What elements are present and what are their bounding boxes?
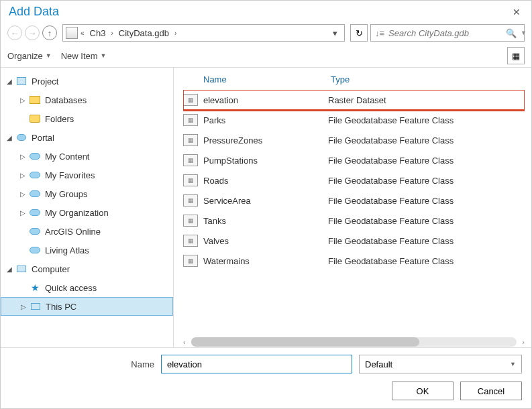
tree-node-living-atlas[interactable]: Living Atlas — [1, 241, 173, 259]
tree-node-databases[interactable]: ▷Databases — [1, 91, 173, 109]
collapse-icon[interactable]: ◢ — [5, 266, 14, 273]
search-icon[interactable]: 🔍 — [506, 28, 517, 38]
search-dropdown-icon[interactable]: ▼ — [521, 30, 527, 36]
column-header-type[interactable]: Type — [331, 74, 350, 84]
list-item[interactable]: ▦TanksFile Geodatabase Feature Class — [183, 211, 525, 231]
horizontal-scrollbar[interactable]: ‹ › — [183, 337, 525, 347]
column-header-name[interactable]: Name — [203, 74, 331, 84]
item-name: elevation — [203, 95, 328, 105]
item-type: File Geodatabase Feature Class — [328, 256, 454, 266]
list-item[interactable]: ▦PumpStationsFile Geodatabase Feature Cl… — [183, 150, 525, 170]
collapse-icon[interactable]: ◢ — [5, 134, 14, 141]
dataset-icon: ▦ — [183, 194, 198, 207]
cloud-group-icon — [30, 190, 40, 197]
sort-icon[interactable]: ↓≡ — [375, 28, 384, 38]
filter-select[interactable]: Default ▼ — [359, 355, 522, 373]
cloud-star-icon — [30, 172, 40, 178]
folder-icon — [30, 115, 40, 123]
nav-forward-button[interactable]: → — [25, 25, 40, 40]
list-item[interactable]: ▦RoadsFile Geodatabase Feature Class — [183, 170, 525, 190]
dataset-icon: ▦ — [183, 94, 198, 106]
dataset-icon: ▦ — [183, 114, 198, 126]
list-item[interactable]: ▦ValvesFile Geodatabase Feature Class — [183, 231, 525, 251]
path-segment[interactable]: CityData.gdb — [116, 28, 172, 38]
chevron-down-icon: ▼ — [101, 52, 107, 59]
chevron-right-icon: › — [111, 30, 113, 37]
refresh-button[interactable]: ↻ — [350, 24, 368, 42]
nav-up-button[interactable]: ↑ — [42, 25, 57, 40]
tree-node-my-org[interactable]: ▷My Organization — [1, 203, 173, 222]
chevron-icon: « — [81, 30, 85, 37]
tree-node-this-pc[interactable]: ▷This PC — [1, 297, 173, 316]
cloud-home-icon — [30, 153, 40, 160]
list-item[interactable]: ▦elevationRaster Dataset — [183, 90, 525, 110]
dataset-icon: ▦ — [183, 154, 198, 166]
item-type: File Geodatabase Feature Class — [328, 135, 454, 145]
tree-node-quick-access[interactable]: ★Quick access — [1, 278, 173, 297]
path-segment[interactable]: Ch3 — [87, 28, 109, 38]
organize-menu[interactable]: Organize▼ — [7, 51, 52, 61]
tree-node-my-content[interactable]: ▷My Content — [1, 147, 173, 166]
tree-node-project[interactable]: ◢Project — [1, 72, 173, 91]
scroll-left-icon[interactable]: ‹ — [183, 338, 186, 346]
tree-node-computer[interactable]: ◢Computer — [1, 259, 173, 278]
item-list[interactable]: ▦elevationRaster Dataset▦ParksFile Geoda… — [183, 90, 525, 334]
search-box[interactable]: ↓≡ 🔍 ▼ — [370, 24, 525, 42]
cancel-button[interactable]: Cancel — [460, 382, 522, 400]
item-name: Watermains — [203, 256, 328, 266]
tree-node-my-favorites[interactable]: ▷My Favorites — [1, 166, 173, 184]
item-name: Parks — [203, 115, 328, 125]
item-type: File Geodatabase Feature Class — [328, 216, 454, 226]
expand-icon[interactable]: ▷ — [19, 303, 28, 310]
expand-icon[interactable]: ▷ — [18, 209, 28, 217]
dataset-icon: ▦ — [183, 215, 198, 227]
tree-node-folders[interactable]: Folders — [1, 109, 173, 128]
item-type: File Geodatabase Feature Class — [328, 115, 454, 125]
search-input[interactable] — [388, 28, 502, 38]
nav-back-button[interactable]: ← — [7, 25, 22, 40]
project-icon — [17, 77, 26, 85]
chevron-down-icon: ▼ — [510, 361, 516, 367]
path-breadcrumb[interactable]: « Ch3 › CityData.gdb › ▾ — [62, 24, 345, 42]
star-icon: ★ — [31, 282, 40, 293]
list-item[interactable]: ▦WatermainsFile Geodatabase Feature Clas… — [183, 251, 525, 271]
tree-node-portal[interactable]: ◢Portal — [1, 128, 173, 147]
expand-icon[interactable]: ▷ — [18, 190, 28, 198]
close-icon[interactable]: ✕ — [509, 5, 525, 19]
chevron-down-icon: ▼ — [46, 52, 52, 59]
item-name: ServiceArea — [203, 196, 328, 206]
list-item[interactable]: ▦ServiceAreaFile Geodatabase Feature Cla… — [183, 190, 525, 211]
item-type: File Geodatabase Feature Class — [328, 176, 454, 186]
item-name: Tanks — [203, 216, 328, 226]
item-name: Roads — [203, 176, 328, 186]
new-item-menu[interactable]: New Item▼ — [61, 51, 107, 61]
dataset-icon: ▦ — [183, 235, 198, 247]
item-name: PressureZones — [203, 135, 328, 145]
computer-icon — [17, 266, 26, 272]
list-item[interactable]: ▦ParksFile Geodatabase Feature Class — [183, 110, 525, 130]
item-name: Valves — [203, 236, 328, 246]
item-type: File Geodatabase Feature Class — [328, 156, 454, 166]
cloud-icon — [17, 134, 26, 141]
collapse-icon[interactable]: ◢ — [5, 78, 14, 85]
catalog-tree[interactable]: ◢Project ▷Databases Folders ◢Portal ▷My … — [1, 68, 174, 347]
tree-node-arcgis-online[interactable]: ArcGIS Online — [1, 222, 173, 241]
scroll-right-icon[interactable]: › — [522, 338, 525, 346]
database-icon — [30, 96, 40, 104]
dataset-icon: ▦ — [183, 255, 198, 267]
tree-node-my-groups[interactable]: ▷My Groups — [1, 184, 173, 203]
scrollbar-thumb[interactable] — [191, 337, 419, 347]
atlas-icon — [30, 247, 40, 253]
cloud-icon — [30, 228, 40, 235]
ok-button[interactable]: OK — [392, 382, 454, 400]
expand-icon[interactable]: ▷ — [18, 172, 28, 179]
path-dropdown-icon[interactable]: ▾ — [329, 28, 341, 38]
path-root-icon[interactable] — [66, 27, 78, 39]
list-item[interactable]: ▦PressureZonesFile Geodatabase Feature C… — [183, 130, 525, 150]
view-mode-button[interactable]: ▦ — [507, 47, 525, 64]
expand-icon[interactable]: ▷ — [18, 153, 28, 160]
expand-icon[interactable]: ▷ — [18, 97, 28, 104]
chevron-right-icon: › — [174, 30, 176, 37]
dataset-icon: ▦ — [183, 134, 198, 146]
name-input[interactable] — [161, 355, 352, 373]
